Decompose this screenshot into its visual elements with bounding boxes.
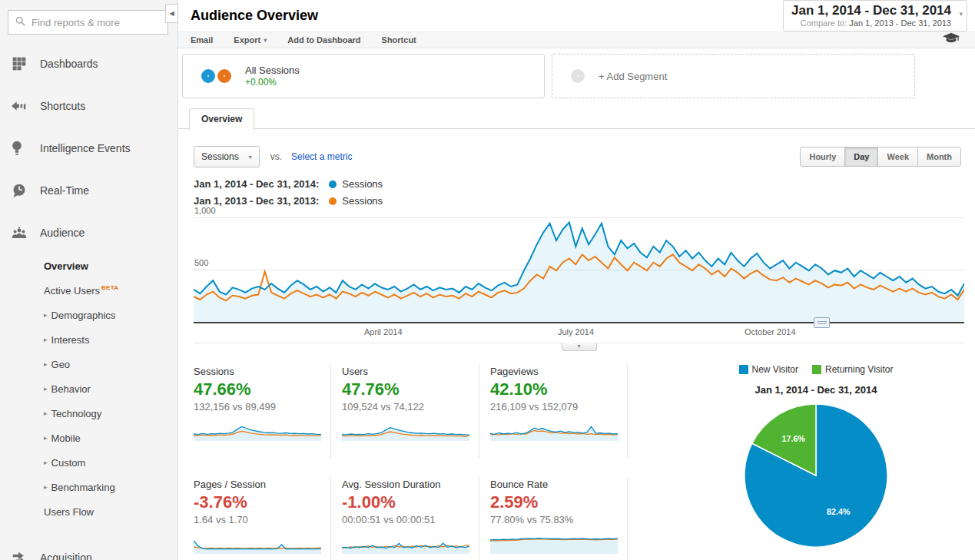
legend-row: Jan 1, 2013 - Dec 31, 2013:Sessions xyxy=(194,195,964,207)
sidebar-item-real-time[interactable]: Real-Time xyxy=(0,169,177,211)
segment-all-sessions[interactable]: All Sessions +0.00% xyxy=(182,54,545,98)
toolbar-export-button[interactable]: Export▾ xyxy=(234,35,267,45)
metrics-grid: Sessions47.66%132,156 vs 89,499Users47.7… xyxy=(194,364,638,560)
toolbar-add-to-dashboard-button[interactable]: Add to Dashboard xyxy=(287,35,360,45)
sidebar-item-technology[interactable]: ▸Technology xyxy=(0,401,177,426)
pie-slice-value: 82.4% xyxy=(827,507,851,516)
pie-legend-returning-visitor: Returning Visitor xyxy=(812,364,894,375)
sidebar-item-label: Technology xyxy=(51,408,102,419)
sidebar-item-interests[interactable]: ▸Interests xyxy=(0,327,177,352)
metric-sparkline xyxy=(490,418,618,441)
add-segment-button[interactable]: + Add Segment xyxy=(552,54,915,98)
sidebar-item-intelligence-events[interactable]: Intelligence Events xyxy=(0,127,177,169)
chart-legend: Jan 1, 2014 - Dec 31, 2014:SessionsJan 1… xyxy=(194,178,964,207)
granularity-month-button[interactable]: Month xyxy=(917,147,961,167)
granularity-week-button[interactable]: Week xyxy=(877,147,918,167)
sidebar-item-acquisition[interactable]: Acquisition xyxy=(0,536,177,560)
search-box[interactable] xyxy=(8,10,168,35)
metric-card-users[interactable]: Users47.76%109,524 vs 74,122 xyxy=(342,364,479,459)
metric-sparkline xyxy=(194,418,321,441)
chevron-down-icon: ▾ xyxy=(959,10,963,18)
granularity-hourly-button[interactable]: Hourly xyxy=(800,147,845,167)
chevron-right-icon: ▸ xyxy=(44,360,48,368)
sidebar-item-label: Real-Time xyxy=(40,184,89,197)
chevron-down-icon: ▾ xyxy=(264,37,267,44)
sidebar-item-label: Geo xyxy=(51,359,71,370)
legend-series-dot xyxy=(329,197,337,205)
sidebar-item-geo[interactable]: ▸Geo xyxy=(0,352,177,376)
search-input[interactable] xyxy=(32,17,154,28)
sidebar-item-label: Users Flow xyxy=(44,506,94,518)
sidebar-item-label: Interests xyxy=(51,334,90,346)
annotations-expander-button[interactable]: ▾ xyxy=(562,343,597,351)
metric-card-sessions[interactable]: Sessions47.66%132,156 vs 89,499 xyxy=(194,364,331,459)
select-metric-link[interactable]: Select a metric xyxy=(291,151,352,162)
sidebar-item-label: Custom xyxy=(51,457,86,469)
legend-series-dot xyxy=(329,181,337,188)
metric-sparkline xyxy=(194,531,321,554)
segment-label: All Sessions xyxy=(245,65,300,76)
toolbar-shortcut-button[interactable]: Shortcut xyxy=(382,35,416,45)
main-panel: Audience Overview Jan 1, 2014 - Dec 31, … xyxy=(178,0,975,560)
sidebar-nav: DashboardsShortcutsIntelligence EventsRe… xyxy=(0,42,177,560)
toolbar-items: EmailExport▾Add to DashboardShortcut xyxy=(191,35,416,45)
sidebar-item-audience[interactable]: Audience xyxy=(0,211,177,253)
sidebar-item-demographics[interactable]: ▸Demographics xyxy=(0,303,177,327)
chart-controls: Sessions ▾ vs. Select a metric HourlyDay… xyxy=(194,146,964,167)
metric-card-pages-session[interactable]: Pages / Session-3.76%1.64 vs 1.70 xyxy=(194,477,331,560)
metric-label: Pageviews xyxy=(490,366,618,377)
metric-detail: 77.80% vs 75.83% xyxy=(490,514,618,525)
dashboards-grid-icon xyxy=(12,56,27,71)
granularity-day-button[interactable]: Day xyxy=(844,147,878,167)
sidebar-item-custom[interactable]: ▸Custom xyxy=(0,450,177,475)
metric-label: Users xyxy=(342,366,469,377)
metric-delta: 2.59% xyxy=(490,492,618,512)
metric-label: Bounce Rate xyxy=(490,479,618,490)
sidebar-item-users-flow[interactable]: Users Flow xyxy=(0,499,177,524)
pie-slice-value: 17.6% xyxy=(781,434,805,443)
compare-prefix: Compare to: xyxy=(801,18,847,28)
sidebar-item-benchmarking[interactable]: ▸Benchmarking xyxy=(0,475,177,499)
pie-legend: New VisitorReturning Visitor xyxy=(689,364,943,375)
add-segment-donut-icon xyxy=(571,69,585,83)
sidebar-item-overview[interactable]: Overview xyxy=(0,253,177,278)
metric-card-pageviews[interactable]: Pageviews42.10%216,109 vs 152,079 xyxy=(490,364,628,459)
sidebar-item-label: Shortcuts xyxy=(40,100,85,112)
sidebar-item-active-users[interactable]: Active UsersBETA xyxy=(0,278,177,303)
chevron-right-icon: ▸ xyxy=(44,409,48,417)
pie-title: Jan 1, 2014 - Dec 31, 2014 xyxy=(689,384,943,396)
legend-range-label: Jan 1, 2014 - Dec 31, 2014: xyxy=(194,178,319,190)
vs-label: vs. xyxy=(270,151,282,162)
chevron-right-icon: ▸ xyxy=(44,385,48,393)
lightbulb-icon xyxy=(12,141,27,156)
metric-detail: 1.64 vs 1.70 xyxy=(194,514,321,525)
chevron-down-icon: ▾ xyxy=(249,154,252,161)
tab-overview[interactable]: Overview xyxy=(189,108,254,131)
toolbar-item-label: Email xyxy=(191,35,213,45)
date-range-selector[interactable]: Jan 1, 2014 - Dec 31, 2014 Compare to: J… xyxy=(783,0,967,31)
metric-card-avg-session-duration[interactable]: Avg. Session Duration-1.00%00:00:51 vs 0… xyxy=(342,477,479,560)
sidebar-item-mobile[interactable]: ▸Mobile xyxy=(0,426,177,450)
header: Audience Overview Jan 1, 2014 - Dec 31, … xyxy=(178,0,975,32)
metric-label: Pages / Session xyxy=(194,479,321,490)
compare-range: Compare to: Jan 1, 2013 - Dec 31, 2013 xyxy=(791,18,951,28)
visitor-type-pie-chart: 82.4%17.6% xyxy=(741,400,891,551)
sessions-line-chart[interactable] xyxy=(194,217,964,323)
report-content: Sessions ▾ vs. Select a metric HourlyDay… xyxy=(178,129,975,560)
metric-card-bounce-rate[interactable]: Bounce Rate2.59%77.80% vs 75.83% xyxy=(490,477,628,560)
annotations-handle[interactable] xyxy=(814,317,830,328)
sidebar-item-behavior[interactable]: ▸Behavior xyxy=(0,376,177,401)
sidebar-item-dashboards[interactable]: Dashboards xyxy=(0,42,177,84)
pie-legend-new-visitor: New Visitor xyxy=(739,364,798,375)
chevron-right-icon: ▸ xyxy=(44,483,48,491)
toolbar-email-button[interactable]: Email xyxy=(191,35,213,45)
segment-donut-icon xyxy=(201,69,231,83)
sidebar-item-shortcuts[interactable]: Shortcuts xyxy=(0,84,177,127)
toolbar: EmailExport▾Add to DashboardShortcut xyxy=(178,32,975,48)
legend-swatch xyxy=(739,365,748,374)
sidebar-collapse-button[interactable]: ◀ xyxy=(165,4,178,23)
chevron-right-icon: ▸ xyxy=(44,434,48,442)
metric-dropdown[interactable]: Sessions ▾ xyxy=(194,146,260,167)
compare-range-value: Jan 1, 2013 - Dec 31, 2013 xyxy=(849,18,951,28)
graduation-cap-icon[interactable] xyxy=(943,32,960,48)
